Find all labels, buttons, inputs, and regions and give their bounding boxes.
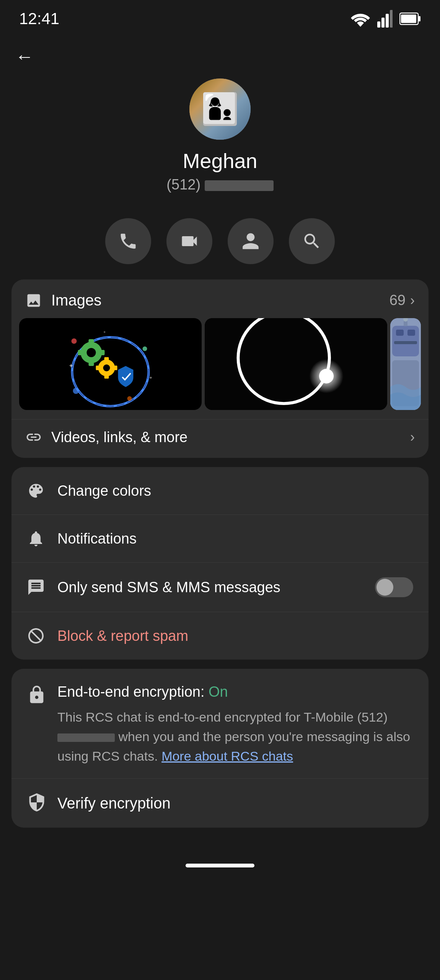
encryption-header-row: End-to-end encryption: On This RCS chat … [27,683,413,766]
phone-icon [118,231,138,251]
svg-rect-20 [96,366,100,370]
phone-redacted-encryption [57,733,115,742]
phone-prefix: (512) [166,176,200,193]
svg-text:✦: ✦ [68,363,73,369]
svg-point-32 [319,369,334,384]
contact-name: Meghan [183,149,257,173]
svg-point-22 [72,338,77,344]
wifi-icon [350,11,370,27]
videos-links-left: Videos, links, & more [25,429,187,446]
svg-point-24 [73,388,79,394]
avatar-image [189,78,251,140]
battery-icon [399,11,421,26]
encryption-section: End-to-end encryption: On This RCS chat … [11,669,429,779]
svg-rect-6 [419,16,420,21]
encryption-body: This RCS chat is end-to-end encrypted fo… [57,707,413,766]
change-colors-left: Change colors [27,482,151,500]
svg-rect-0 [377,21,380,28]
svg-text:✦: ✦ [103,330,106,334]
action-buttons-row [0,218,440,264]
svg-point-25 [127,396,132,401]
svg-text:✦: ✦ [149,375,153,381]
back-button[interactable]: ← [0,38,440,71]
notifications-label: Notifications [57,531,137,547]
search-icon [302,231,322,251]
svg-rect-13 [89,361,94,366]
images-count-row: 69 › [389,292,415,309]
menu-card: Change colors Notifications Only send SM… [11,467,429,660]
svg-rect-5 [401,15,416,23]
notifications-left: Notifications [27,529,137,548]
svg-rect-35 [396,330,404,336]
encryption-title: End-to-end encryption: On [57,683,413,701]
encryption-link[interactable]: More about RCS chats [161,749,293,763]
avatar [189,78,251,140]
images-header[interactable]: Images 69 › [11,279,429,318]
block-report-label: Block & report spam [57,628,188,644]
videos-links-row[interactable]: Videos, links, & more › [11,419,429,458]
svg-rect-12 [89,339,94,345]
notifications-item[interactable]: Notifications [11,515,429,563]
images-icon [25,292,42,309]
svg-rect-36 [407,330,415,336]
sms-only-label: Only send SMS & MMS messages [57,579,280,596]
thumbnail-3[interactable] [390,318,421,410]
svg-rect-15 [99,350,105,355]
toggle-knob [376,579,393,596]
verify-encryption-label: Verify encryption [57,795,171,812]
profile-section: Meghan (512) [0,71,440,218]
svg-rect-37 [394,341,417,344]
thumbnails-row: ✦ ✦ ✦ [11,318,429,419]
lock-icon-wrap [27,685,47,706]
sms-only-left: Only send SMS & MMS messages [27,578,280,596]
svg-rect-2 [386,14,389,28]
status-time: 12:41 [19,10,59,28]
videos-links-text: Videos, links, & more [51,429,187,446]
encryption-body-text: This RCS chat is end-to-end encrypted fo… [57,710,388,724]
shield-icon [27,792,47,812]
home-indicator-container [0,837,440,887]
status-icons [350,10,421,28]
svg-rect-21 [113,366,117,370]
call-button[interactable] [105,218,151,264]
chat-icon [27,578,45,596]
encryption-status: On [209,684,228,700]
video-icon [179,231,199,251]
change-colors-label: Change colors [57,483,151,499]
block-icon [27,627,45,645]
video-button[interactable] [166,218,212,264]
signal-icon [377,10,393,28]
encryption-text-block: End-to-end encryption: On This RCS chat … [57,683,413,766]
link-icon [25,429,42,446]
svg-rect-18 [104,357,109,361]
block-report-item[interactable]: Block & report spam [11,612,429,660]
thumbnail-2[interactable] [205,318,387,410]
search-button[interactable] [289,218,335,264]
home-indicator [186,864,254,867]
videos-links-chevron-icon: › [410,429,415,445]
palette-icon [27,482,45,500]
bell-icon [27,529,45,548]
person-icon [241,231,261,251]
status-bar: 12:41 [0,0,440,31]
back-arrow-icon: ← [15,46,34,67]
svg-rect-3 [390,10,393,28]
svg-rect-29 [205,318,387,410]
phone-redacted [205,180,274,191]
images-chevron-icon: › [410,292,415,309]
change-colors-item[interactable]: Change colors [11,467,429,515]
profile-button[interactable] [228,218,274,264]
sms-toggle[interactable] [375,577,413,597]
verify-icon-wrap [27,792,47,814]
thumbnail-1[interactable]: ✦ ✦ ✦ [19,318,202,410]
images-count: 69 [389,292,406,309]
sms-only-item[interactable]: Only send SMS & MMS messages [11,563,429,612]
svg-rect-14 [78,350,83,355]
verify-encryption-row[interactable]: Verify encryption [11,779,429,828]
svg-rect-1 [381,18,385,28]
encryption-card: End-to-end encryption: On This RCS chat … [11,669,429,828]
svg-point-17 [103,364,110,371]
lock-icon [27,685,47,705]
contact-number: (512) [166,176,273,193]
images-header-left: Images [25,292,101,309]
